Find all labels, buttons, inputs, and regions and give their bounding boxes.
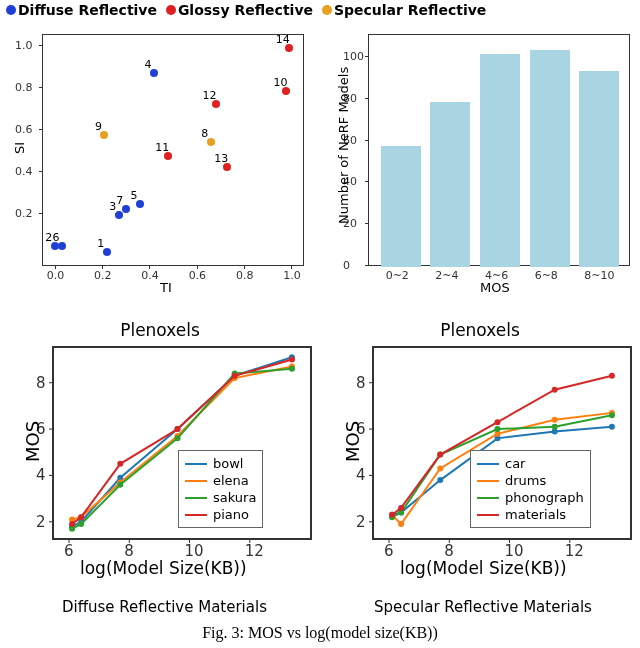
legend-diffuse: Diffuse Reflective: [18, 2, 157, 18]
bottom-right-panel: Plenoxels 6810122468 MOS log(Model Size(…: [320, 320, 640, 600]
legend-row: drums: [477, 472, 584, 489]
scatter-point-label: 6: [52, 231, 59, 244]
figure-caption: Fig. 3: MOS vs log(model size(KB)): [0, 624, 640, 642]
svg-point-58: [389, 512, 395, 518]
svg-point-42: [437, 477, 443, 483]
bar-panel: 0~22~44~66~88~10020406080100 Number of N…: [320, 24, 640, 310]
bar: [480, 54, 520, 267]
svg-point-21: [78, 521, 84, 527]
scatter-point-label: 11: [155, 141, 169, 154]
legend-row: piano: [185, 506, 256, 523]
bl-xlabel: log(Model Size(KB)): [80, 558, 247, 578]
svg-point-30: [232, 373, 238, 379]
svg-point-45: [609, 424, 615, 430]
svg-point-28: [117, 461, 123, 467]
scatter-point-label: 12: [203, 89, 217, 102]
bar: [430, 102, 470, 267]
bottom-panels: Plenoxels 6810122468 MOS log(Model Size(…: [0, 320, 640, 600]
legend-row: elena: [185, 472, 256, 489]
svg-point-27: [78, 514, 84, 520]
line-xtick: 12: [565, 542, 584, 560]
specular-dot-icon: [322, 5, 332, 15]
br-ylabel: MOS: [342, 421, 363, 462]
svg-point-25: [289, 366, 295, 372]
scatter-point-label: 2: [45, 231, 52, 244]
legend-row: car: [477, 455, 584, 472]
bar-xtick: 0~2: [386, 269, 409, 282]
svg-point-31: [289, 357, 295, 363]
br-legend: cardrumsphonographmaterials: [470, 450, 591, 528]
svg-point-61: [494, 419, 500, 425]
scatter-point-label: 7: [116, 194, 123, 207]
line-ytick: 4: [356, 466, 366, 484]
glossy-dot-icon: [166, 5, 176, 15]
scatter-point-label: 5: [130, 189, 137, 202]
scatter-point-label: 9: [95, 120, 102, 133]
svg-point-57: [609, 412, 615, 418]
bar-xtick: 6~8: [535, 269, 558, 282]
top-legend: Diffuse Reflective Glossy Reflective Spe…: [6, 2, 490, 18]
scatter-point-label: 1: [97, 237, 104, 250]
svg-point-62: [552, 387, 558, 393]
legend-row: phonograph: [477, 489, 584, 506]
br-title: Plenoxels: [320, 320, 640, 340]
line-ytick: 2: [36, 513, 46, 531]
legend-glossy: Glossy Reflective: [178, 2, 313, 18]
svg-point-48: [437, 465, 443, 471]
scatter-xtick: 0.8: [236, 269, 254, 282]
bar-ylabel: Number of NeRF Models: [336, 67, 351, 224]
scatter-point-label: 8: [201, 127, 208, 140]
bar: [381, 146, 421, 267]
top-panels: 0.00.20.40.60.81.00.20.40.60.81.01234567…: [0, 24, 640, 310]
legend-specular: Specular Reflective: [334, 2, 486, 18]
scatter-ytick: 1.0: [15, 39, 37, 52]
scatter-point-label: 10: [273, 76, 287, 89]
bl-title: Plenoxels: [0, 320, 320, 340]
svg-point-29: [174, 426, 180, 432]
br-subtitle: Specular Reflective Materials: [374, 598, 592, 616]
scatter-xtick: 0.0: [47, 269, 65, 282]
bar: [530, 50, 570, 267]
bar-ytick: 100: [343, 50, 364, 63]
scatter-ytick: 0.4: [15, 165, 37, 178]
bottom-left-panel: Plenoxels 6810122468 MOS log(Model Size(…: [0, 320, 320, 600]
scatter-point-label: 13: [214, 152, 228, 165]
scatter-ytick: 0.6: [15, 123, 37, 136]
bar-xtick: 8~10: [584, 269, 614, 282]
line-ytick: 2: [356, 513, 366, 531]
bl-ylabel: MOS: [22, 421, 43, 462]
svg-point-55: [494, 426, 500, 432]
line-xtick: 12: [245, 542, 264, 560]
scatter-plot-area: 0.00.20.40.60.81.00.20.40.60.81.01234567…: [42, 34, 304, 266]
svg-point-60: [437, 452, 443, 458]
svg-point-63: [609, 373, 615, 379]
diffuse-dot-icon: [6, 5, 16, 15]
line-ytick: 8: [36, 374, 46, 392]
br-xlabel: log(Model Size(KB)): [400, 558, 567, 578]
scatter-panel: 0.00.20.40.60.81.00.20.40.60.81.01234567…: [0, 24, 320, 310]
svg-point-47: [398, 521, 404, 527]
scatter-xtick: 1.0: [283, 269, 301, 282]
line-ytick: 4: [36, 466, 46, 484]
svg-point-59: [398, 505, 404, 511]
svg-point-50: [552, 417, 558, 423]
bar-xtick: 2~4: [435, 269, 458, 282]
scatter-xtick: 0.2: [94, 269, 112, 282]
line-xtick: 6: [64, 542, 74, 560]
scatter-point-label: 14: [276, 33, 290, 46]
svg-point-23: [174, 435, 180, 441]
line-ytick: 8: [356, 374, 366, 392]
scatter-ytick: 0.2: [15, 207, 37, 220]
bar-xlabel: MOS: [480, 280, 510, 295]
scatter-point-label: 4: [145, 58, 152, 71]
bl-subtitle: Diffuse Reflective Materials: [62, 598, 267, 616]
bar: [579, 71, 619, 267]
scatter-xlabel: TI: [160, 280, 172, 295]
scatter-point-label: 3: [109, 200, 116, 213]
scatter-xtick: 0.4: [141, 269, 159, 282]
svg-point-26: [69, 521, 75, 527]
svg-point-56: [552, 424, 558, 430]
legend-row: bowl: [185, 455, 256, 472]
scatter-ytick: 0.8: [15, 81, 37, 94]
bl-legend: bowlelenasakurapiano: [178, 450, 263, 528]
